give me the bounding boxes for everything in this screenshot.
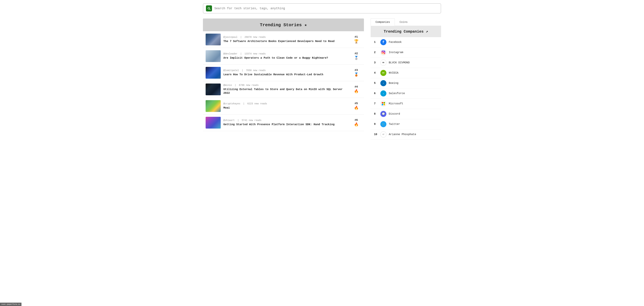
story-meta: @cryptohayes | 6223 new reads	[224, 102, 348, 105]
rank-number: #2	[354, 52, 358, 55]
search-bar	[203, 3, 441, 14]
company-name: Microsoft	[389, 102, 403, 105]
company-name: Facebook	[389, 41, 402, 44]
rank-number: #1	[354, 36, 358, 39]
fire-icon: 🔥	[354, 106, 358, 110]
rank-number: #5	[354, 102, 358, 105]
company-rank: 8	[374, 112, 378, 115]
company-item[interactable]: 5 ✈ Boeing	[371, 78, 441, 88]
story-item[interactable]: @minio | 6786 new reads Utilizing Extern…	[203, 81, 364, 98]
story-title: Moai	[224, 106, 348, 110]
company-item[interactable]: 6 ☁ Salesforce	[371, 88, 441, 99]
story-rank: #4 🔥	[351, 85, 361, 94]
company-item[interactable]: 4 NV NVIDIA	[371, 68, 441, 78]
twitter-logo: 🐦	[380, 121, 386, 127]
company-rank: 9	[374, 123, 378, 126]
company-rank: 7	[374, 102, 378, 105]
company-item[interactable]: 9 🐦 Twitter	[371, 119, 441, 129]
story-content: @devleader | 13374 new reads Are Implici…	[224, 52, 348, 60]
company-name: Instagram	[389, 51, 403, 54]
story-item[interactable]: @javinpaul | 26870 new reads The 7 Softw…	[203, 31, 364, 48]
fire-icon: 🔥	[354, 89, 358, 94]
search-icon	[206, 5, 212, 12]
story-rank: #5 🔥	[351, 102, 361, 110]
company-item[interactable]: 8 💬 Discord	[371, 109, 441, 119]
story-title: Learn How To Drive Sustainable Revenue W…	[224, 73, 348, 76]
story-item[interactable]: @shiaart | 5741 new reads Getting Starte…	[203, 114, 364, 131]
search-input[interactable]	[214, 7, 438, 10]
boeing-logo: ✈	[380, 80, 386, 86]
trophy-bronze-icon: 🥉	[354, 72, 358, 77]
companies-header: Trending Companies ↗	[371, 26, 441, 37]
trophy-gold-icon: 🏆	[354, 39, 358, 44]
company-name: Twitter	[389, 123, 400, 126]
rank-number: #4	[354, 85, 358, 88]
story-rank: #3 🥉	[351, 69, 361, 77]
company-name: BLVCK DIVMOND	[389, 61, 410, 64]
company-item[interactable]: 10 AP Arianne Phosphate	[371, 129, 441, 140]
companies-tabs: Companies Coins	[371, 19, 441, 26]
story-thumbnail	[206, 117, 221, 128]
company-name: Salesforce	[389, 92, 405, 95]
story-content: @lomitpatel | 7650 new reads Learn How T…	[224, 69, 348, 76]
company-name: Boeing	[389, 82, 398, 85]
story-thumbnail	[206, 67, 221, 79]
company-rank: 4	[374, 71, 378, 74]
facebook-logo: f	[380, 39, 386, 45]
rank-number: #3	[354, 69, 358, 72]
company-name: Arianne Phosphate	[389, 133, 416, 136]
arianne-logo: AP	[380, 131, 386, 137]
story-item[interactable]: @devleader | 13374 new reads Are Implici…	[203, 48, 364, 65]
story-rank: #1 🏆	[351, 36, 361, 44]
story-meta: @minio | 6786 new reads	[224, 84, 348, 87]
story-content: @minio | 6786 new reads Utilizing Extern…	[224, 84, 348, 95]
tab-coins[interactable]: Coins	[395, 19, 412, 26]
company-item[interactable]: 7 Microsoft	[371, 99, 441, 109]
page-wrapper: Trending Stories ★ @javinpaul | 26870 ne…	[196, 0, 448, 143]
story-meta: @devleader | 13374 new reads	[224, 52, 348, 55]
stories-header: Trending Stories ★	[203, 19, 364, 31]
story-thumbnail	[206, 50, 221, 62]
company-item[interactable]: 2 Instagram	[371, 47, 441, 58]
blvck-logo: BD	[380, 60, 386, 66]
story-item[interactable]: @cryptohayes | 6223 new reads Moai #5 🔥	[203, 98, 364, 114]
company-item[interactable]: 1 f Facebook	[371, 37, 441, 47]
company-name: Discord	[389, 112, 400, 115]
story-content: @javinpaul | 26870 new reads The 7 Softw…	[224, 36, 348, 43]
trophy-silver-icon: 🥈	[354, 56, 358, 60]
company-rank: 5	[374, 82, 378, 85]
nvidia-logo: NV	[380, 70, 386, 76]
salesforce-logo: ☁	[380, 90, 386, 96]
company-rank: 10	[374, 133, 378, 136]
story-title: Are Implicit Operators a Path to Clean C…	[224, 56, 348, 60]
story-rank: #6 🔥	[351, 119, 361, 127]
company-item[interactable]: 3 BD BLVCK DIVMOND	[371, 58, 441, 68]
company-rank: 1	[374, 41, 378, 44]
story-meta: @lomitpatel | 7650 new reads	[224, 69, 348, 72]
fire-icon: 🔥	[354, 122, 358, 127]
story-thumbnail	[206, 84, 221, 95]
stories-panel: Trending Stories ★ @javinpaul | 26870 ne…	[203, 19, 364, 131]
story-title: Utilizing External Tables to Store and Q…	[224, 88, 348, 95]
story-content: @cryptohayes | 6223 new reads Moai	[224, 102, 348, 110]
microsoft-logo	[380, 101, 386, 107]
instagram-logo	[380, 49, 386, 55]
story-content: @shiaart | 5741 new reads Getting Starte…	[224, 119, 348, 126]
stories-list: @javinpaul | 26870 new reads The 7 Softw…	[203, 31, 364, 131]
company-rank: 3	[374, 61, 378, 64]
tab-companies[interactable]: Companies	[371, 19, 395, 26]
company-rank: 6	[374, 92, 378, 95]
story-meta: @javinpaul | 26870 new reads	[224, 36, 348, 39]
story-thumbnail	[206, 34, 221, 45]
story-title: Getting Started With Presence Platform I…	[224, 123, 348, 126]
companies-list: 1 f Facebook 2 Instagram 3 BD BLVCK DIVM…	[371, 37, 441, 140]
story-rank: #2 🥈	[351, 52, 361, 60]
story-title: The 7 Software Architecture Books Experi…	[224, 40, 348, 43]
company-name: NVIDIA	[389, 71, 398, 74]
story-thumbnail	[206, 100, 221, 112]
story-meta: @shiaart | 5741 new reads	[224, 119, 348, 122]
rank-number: #6	[354, 119, 358, 122]
company-rank: 2	[374, 51, 378, 54]
main-layout: Trending Stories ★ @javinpaul | 26870 ne…	[203, 19, 441, 140]
story-item[interactable]: @lomitpatel | 7650 new reads Learn How T…	[203, 65, 364, 81]
